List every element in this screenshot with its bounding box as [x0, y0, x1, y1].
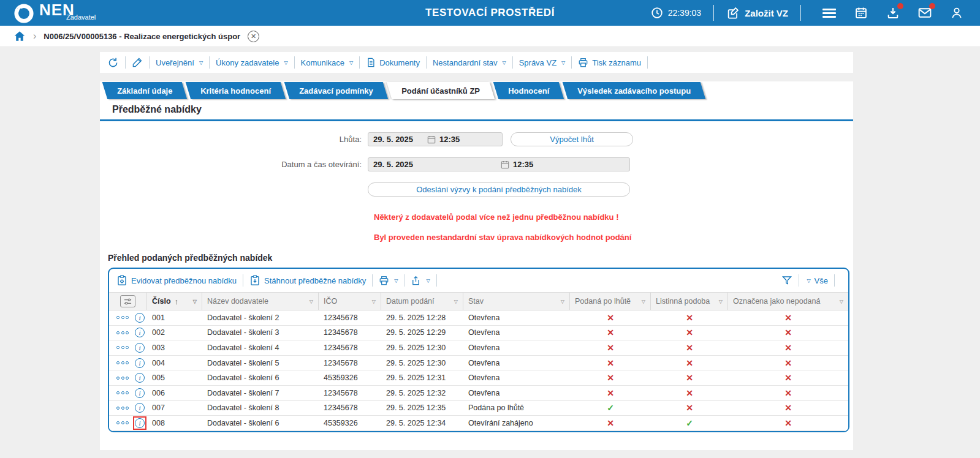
header-label: Podaná po lhůtě: [575, 297, 631, 306]
table-row[interactable]: i 005 Dodavatel - školení 6 45359326 29.…: [109, 370, 848, 386]
header-label: Název dodavatele: [207, 297, 268, 306]
header-stav[interactable]: Stav▽: [463, 293, 570, 310]
filter-caret-icon[interactable]: ▽: [840, 299, 843, 304]
row-actions-icon[interactable]: [116, 421, 129, 424]
table-row[interactable]: i 008 Dodavatel - školení 6 45359326 29.…: [109, 416, 848, 431]
evidovat-nabidku-button[interactable]: Evidovat předběžnou nabídku: [116, 275, 237, 286]
table-row[interactable]: i 004 Dodavatel - školení 5 12345678 29.…: [109, 356, 848, 371]
info-icon[interactable]: i: [135, 328, 145, 337]
cell-stav: Otevřena: [463, 326, 570, 340]
row-actions-icon[interactable]: [116, 391, 129, 394]
filter-caret-icon[interactable]: ▽: [454, 299, 458, 304]
pencil-icon: [132, 57, 143, 68]
tab[interactable]: Výsledek zadávacího postupu: [563, 82, 706, 99]
menu-ukony-zadavatele[interactable]: Úkony zadavatele▽: [216, 58, 288, 67]
export-button[interactable]: ▽: [411, 276, 430, 286]
row-actions-icon[interactable]: [116, 361, 129, 364]
oteviranie-datetime-field[interactable]: 29. 5. 2025 12:35: [368, 157, 630, 171]
close-record-icon[interactable]: ✕: [248, 31, 259, 42]
nen-logo[interactable]: NEN Zadavatel: [0, 2, 96, 24]
cell-oznacena-jako-nepodana: ✕: [728, 356, 848, 370]
filter-scope-dropdown[interactable]: ▽ Vše: [805, 276, 828, 285]
table-row[interactable]: i 006 Dodavatel - školení 7 12345678 29.…: [109, 386, 848, 401]
profile-button[interactable]: [949, 6, 964, 20]
stahnout-nabidky-button[interactable]: Stáhnout předběžné nabídky: [249, 275, 366, 286]
history-button[interactable]: [107, 57, 119, 69]
row-actions-icon[interactable]: [116, 331, 129, 334]
filter-caret-icon[interactable]: ▽: [561, 299, 564, 304]
cell-podana-po-lhute: ✕: [570, 326, 651, 340]
header-datum-podani[interactable]: Datum podání▽: [381, 293, 463, 310]
vypocet-lhut-button[interactable]: Výpočet lhůt: [511, 132, 633, 146]
lhuta-time-value[interactable]: 12:35: [439, 135, 460, 144]
lhuta-datetime-field[interactable]: 29. 5. 2025 12:35: [368, 132, 503, 146]
oteviranie-time-value[interactable]: 12:35: [513, 160, 533, 169]
info-icon[interactable]: i: [135, 388, 145, 398]
tab[interactable]: Kritéria hodnocení: [186, 82, 286, 99]
calendar-button[interactable]: [854, 6, 868, 20]
menu-button[interactable]: [822, 6, 837, 20]
print-table-button[interactable]: ▽: [379, 276, 398, 286]
header-ico[interactable]: IČO▽: [319, 293, 381, 310]
edit-button[interactable]: [132, 57, 143, 68]
downloads-button[interactable]: [886, 6, 900, 20]
cell-ico: 12345678: [319, 310, 381, 325]
column-settings-icon[interactable]: [120, 295, 135, 307]
filter-caret-icon[interactable]: ▽: [372, 299, 376, 304]
row-actions-icon[interactable]: [116, 316, 129, 319]
info-icon[interactable]: i: [135, 403, 145, 413]
table-row[interactable]: i 007 Dodavatel - školení 8 12345678 29.…: [109, 401, 848, 416]
info-icon[interactable]: i: [135, 373, 145, 383]
home-icon[interactable]: [13, 30, 26, 42]
lhuta-label: Lhůta:: [100, 135, 368, 144]
row-actions-icon[interactable]: [116, 377, 129, 380]
table-row[interactable]: i 002 Dodavatel - školení 3 12345678 29.…: [109, 326, 848, 341]
page-background: Uveřejnění▽ Úkony zadavatele▽ Komunikace…: [0, 47, 980, 458]
messages-button[interactable]: [917, 6, 932, 20]
menu-uverejneni[interactable]: Uveřejnění▽: [156, 58, 203, 67]
info-icon[interactable]: i: [135, 313, 145, 323]
cell-oznacena-jako-nepodana: ✕: [728, 401, 848, 416]
chevron-down-icon: ▽: [561, 60, 565, 66]
header-listinna-podoba[interactable]: Listinná podoba▽: [651, 293, 728, 310]
info-icon[interactable]: i: [135, 418, 145, 428]
filter-caret-icon[interactable]: ▽: [719, 299, 723, 304]
send-call-button[interactable]: Odeslání výzvy k podání předběžných nabí…: [368, 182, 630, 197]
tab[interactable]: Zadávací podmínky: [284, 82, 388, 99]
header-oznacena-jako-nepodana[interactable]: Označena jako nepodaná▽: [728, 293, 848, 310]
menu-komunikace[interactable]: Komunikace▽: [301, 58, 354, 67]
filter-caret-icon[interactable]: ▽: [193, 299, 197, 304]
breadcrumb-item[interactable]: N006/25/V00005136 - Realizace energetick…: [44, 32, 240, 41]
info-icon[interactable]: i: [135, 358, 145, 368]
filter-button[interactable]: [781, 275, 792, 286]
table-row[interactable]: i 001 Dodavatel - školení 2 12345678 29.…: [109, 310, 848, 326]
create-vz-button[interactable]: Založit VZ: [726, 6, 788, 20]
cell-cislo: 008: [147, 416, 202, 430]
header-nazev-dodavatele[interactable]: Název dodavatele▽: [202, 293, 319, 310]
calendar-icon[interactable]: [427, 135, 436, 144]
filter-caret-icon[interactable]: ▽: [642, 299, 645, 304]
info-icon[interactable]: i: [135, 343, 145, 353]
table-row[interactable]: i 003 Dodavatel - školení 4 12345678 29.…: [109, 340, 848, 356]
row-actions-icon[interactable]: [116, 407, 129, 410]
header-podana-po-lhute[interactable]: Podaná po lhůtě▽: [570, 293, 651, 310]
tab[interactable]: Hodnocení: [493, 82, 564, 99]
header-cislo[interactable]: Číslo↑▽: [147, 293, 202, 310]
cell-oznacena-jako-nepodana: ✕: [728, 310, 848, 325]
calendar-icon[interactable]: [501, 160, 509, 169]
row-actions-icon[interactable]: [116, 346, 129, 349]
filter-caret-icon[interactable]: ▽: [310, 299, 313, 304]
table-title: Přehled podaných předběžných nabídek: [108, 253, 853, 263]
lhuta-date-value[interactable]: 29. 5. 2025: [373, 135, 427, 144]
tab[interactable]: Podání účastníků ZP: [387, 82, 495, 99]
cell-datum-podani: 29. 5. 2025 12:29: [381, 326, 463, 340]
oteviranie-date-value[interactable]: 29. 5. 2025: [373, 160, 501, 169]
tab[interactable]: Základní údaje: [102, 82, 188, 99]
menu-nestandardni-stav[interactable]: Nestandardní stav▽: [433, 58, 506, 67]
menu-sprava-vz[interactable]: Správa VZ▽: [519, 58, 566, 67]
print-record-button[interactable]: Tisk záznamu: [578, 58, 641, 68]
menu-dokumenty[interactable]: Dokumenty: [366, 58, 420, 67]
toolbar-label: Stáhnout předběžné nabídky: [264, 276, 366, 285]
cell-cislo: 007: [147, 401, 202, 416]
tab-strip: Základní údajeKritéria hodnoceníZadávací…: [100, 82, 853, 99]
